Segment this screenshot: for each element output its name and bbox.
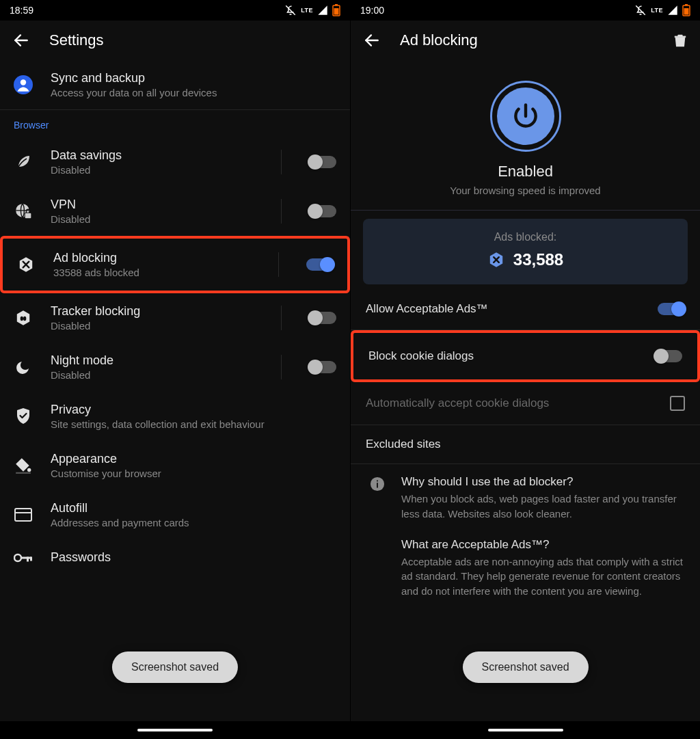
night-mode-row[interactable]: Night mode Disabled: [0, 342, 350, 392]
data-savings-toggle[interactable]: [309, 156, 336, 168]
adblock-label: Ad blocking: [53, 251, 254, 265]
night-label: Night mode: [51, 353, 256, 368]
svg-rect-13: [15, 509, 31, 521]
navigation-bar: [0, 721, 350, 739]
svg-rect-8: [25, 213, 31, 219]
passwords-row[interactable]: Passwords: [0, 539, 350, 569]
title-bar: Settings: [0, 21, 350, 60]
svg-rect-2: [335, 4, 338, 5]
svg-rect-12: [16, 472, 31, 474]
night-sub: Disabled: [51, 369, 256, 381]
privacy-sub: Site settings, data collection and exit …: [51, 418, 336, 430]
auto-accept-row: Automatically accept cookie dialogs: [351, 382, 700, 425]
ads-blocked-card: Ads blocked: 33,588: [363, 219, 688, 284]
svg-rect-22: [684, 8, 689, 15]
battery-icon: [332, 4, 340, 16]
night-toggle[interactable]: [309, 361, 336, 373]
settings-screen: 18:59 LTE Settings Sync and backup Acces…: [0, 0, 350, 739]
autofill-row[interactable]: Autofill Addresses and payment cards: [0, 490, 350, 539]
appearance-row[interactable]: Appearance Customise your browser: [0, 441, 350, 490]
sync-backup-row[interactable]: Sync and backup Access your data on all …: [0, 60, 350, 109]
sync-sub: Access your data on all your devices: [51, 87, 336, 98]
adblock-sub: 33588 ads blocked: [53, 267, 254, 278]
section-browser: Browser: [0, 110, 350, 137]
faq1-question: Why should I use the ad blocker?: [401, 475, 686, 489]
svg-rect-3: [334, 8, 339, 15]
ad-blocking-row[interactable]: Ad blocking 33588 ads blocked: [0, 236, 350, 293]
title-bar: Ad blocking: [351, 21, 700, 60]
account-avatar-icon: [14, 71, 33, 98]
svg-line-19: [636, 5, 645, 15]
status-icons: LTE: [284, 4, 340, 16]
back-arrow-icon[interactable]: [12, 31, 30, 49]
data-savings-row[interactable]: Data savings Disabled: [0, 137, 350, 187]
page-title: Settings: [49, 31, 104, 49]
svg-rect-27: [377, 483, 378, 487]
adblock-hex-icon: [17, 256, 35, 273]
appearance-sub: Customise your browser: [51, 468, 336, 479]
svg-rect-17: [27, 556, 29, 561]
adblock-status: Enabled: [351, 163, 700, 180]
auto-accept-checkbox: [670, 396, 685, 411]
faq2-answer: Acceptable ads are non-annoying ads that…: [401, 554, 686, 599]
appearance-label: Appearance: [51, 452, 336, 466]
status-bar: 19:00 LTE: [351, 0, 700, 21]
vpn-sub: Disabled: [51, 213, 256, 225]
nav-pill[interactable]: [488, 729, 563, 731]
back-arrow-icon[interactable]: [363, 31, 381, 49]
svg-line-0: [286, 5, 295, 15]
excluded-sites-row[interactable]: Excluded sites: [351, 425, 700, 463]
faq1-answer: When you block ads, web pages load faste…: [401, 492, 686, 522]
block-cookie-toggle[interactable]: [655, 350, 682, 362]
svg-point-15: [14, 554, 21, 561]
svg-point-6: [21, 79, 26, 85]
signal-icon: [667, 5, 678, 16]
vpn-label: VPN: [51, 198, 256, 212]
passwords-label: Passwords: [51, 550, 336, 565]
screenshot-toast: Screenshot saved: [112, 651, 238, 683]
svg-rect-18: [30, 556, 32, 561]
status-bar: 18:59 LTE: [0, 0, 350, 21]
svg-rect-25: [675, 36, 686, 38]
allow-acceptable-row[interactable]: Allow Acceptable Ads™: [351, 284, 700, 330]
mute-icon: [634, 4, 647, 16]
nav-pill[interactable]: [137, 729, 213, 731]
ads-blocked-label: Ads blocked:: [370, 231, 681, 243]
tracker-toggle[interactable]: [309, 312, 336, 324]
paint-bucket-icon: [14, 457, 32, 474]
ads-blocked-count: 33,588: [513, 250, 563, 269]
adblocking-screen: 19:00 LTE Ad blocking Enabled Your brows…: [350, 0, 700, 739]
tracker-hex-icon: [14, 309, 32, 327]
shield-check-icon: [15, 407, 31, 425]
tracker-label: Tracker blocking: [51, 304, 256, 319]
power-badge[interactable]: [490, 81, 561, 152]
divider: [351, 210, 700, 211]
svg-rect-16: [21, 556, 31, 559]
moon-icon: [15, 359, 31, 375]
svg-rect-28: [377, 481, 378, 482]
tracker-sub: Disabled: [51, 320, 256, 332]
svg-point-10: [23, 317, 26, 321]
battery-icon: [682, 4, 690, 16]
status-icons: LTE: [634, 4, 690, 16]
allow-acceptable-label: Allow Acceptable Ads™: [366, 302, 644, 316]
block-cookie-row[interactable]: Block cookie dialogs: [351, 330, 700, 382]
card-icon: [14, 508, 32, 522]
allow-acceptable-toggle[interactable]: [658, 303, 685, 315]
tracker-blocking-row[interactable]: Tracker blocking Disabled: [0, 293, 350, 342]
privacy-row[interactable]: Privacy Site settings, data collection a…: [0, 392, 350, 441]
screenshot-toast: Screenshot saved: [462, 651, 588, 683]
signal-icon: [317, 5, 328, 16]
power-icon: [511, 101, 541, 131]
navigation-bar: [351, 721, 700, 739]
globe-lock-icon: [14, 202, 32, 220]
status-time: 19:00: [360, 5, 384, 16]
vpn-row[interactable]: VPN Disabled: [0, 187, 350, 236]
autofill-sub: Addresses and payment cards: [51, 517, 336, 528]
adblock-status-sub: Your browsing speed is improved: [351, 185, 700, 196]
trash-icon[interactable]: [673, 32, 688, 49]
adblock-hero: Enabled Your browsing speed is improved: [351, 60, 700, 210]
vpn-toggle[interactable]: [309, 205, 336, 217]
adblock-toggle[interactable]: [306, 258, 334, 271]
privacy-label: Privacy: [51, 403, 336, 417]
